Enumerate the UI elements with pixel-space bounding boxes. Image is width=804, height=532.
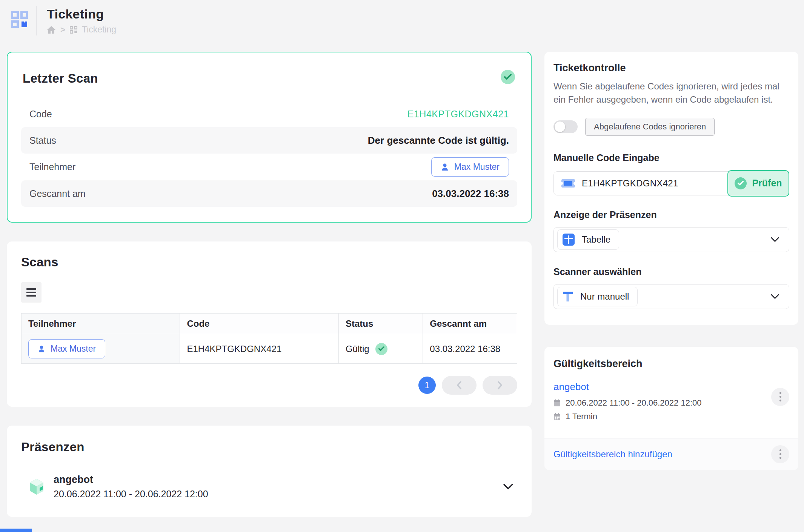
row-teilnehmer-button[interactable]: Max Muster — [28, 339, 105, 358]
qr-icon — [70, 26, 77, 34]
check-icon — [735, 177, 747, 189]
breadcrumb-current[interactable]: Ticketing — [82, 25, 116, 35]
scan-row-code: Code E1H4KPTGKDGNX421 — [21, 101, 517, 127]
column-header-status[interactable]: Status — [338, 314, 423, 334]
bottom-loading-bar — [0, 529, 32, 532]
manual-code-input[interactable] — [582, 178, 723, 189]
teilnehmer-button-label: Max Muster — [454, 162, 500, 172]
ticket-icon — [561, 178, 575, 189]
table-row: Max Muster E1H4KPTGKDGNX421 Gültig — [22, 334, 517, 364]
text-input-icon — [562, 291, 573, 303]
presence-item[interactable]: angebot 20.06.2022 11:00 - 20.06.2022 12… — [21, 474, 517, 500]
letzter-scan-title: Letzter Scan — [23, 71, 517, 86]
chevron-down-icon — [770, 237, 780, 243]
kebab-menu-icon — [779, 449, 781, 451]
manual-code-label: Manuelle Code Eingabe — [553, 152, 789, 163]
scan-gescannt-label: Gescannt am — [29, 188, 86, 199]
praesenz-display-label: Anzeige der Präsenzen — [553, 209, 789, 220]
gueltigkeitsbereich-panel: Gültigkeitsbereich angebot — [544, 347, 798, 470]
row-teilnehmer-label: Max Muster — [51, 344, 96, 354]
ticketkontrolle-panel: Ticketkontrolle Wenn Sie abgelaufene Cod… — [544, 52, 798, 325]
scan-status-value: Der gescannte Code ist gültig. — [368, 135, 509, 146]
scan-code-value: E1H4KPTGKDGNX421 — [407, 109, 509, 120]
previous-page-button[interactable] — [442, 376, 477, 395]
selected-option-chip: Tabelle — [557, 229, 619, 250]
column-header-teilnehmer[interactable]: Teilnehmer — [22, 314, 180, 334]
page-number-button[interactable]: 1 — [418, 377, 436, 394]
table-icon — [562, 233, 575, 246]
ticketkontrolle-title: Ticketkontrolle — [553, 62, 789, 74]
chevron-left-icon — [455, 380, 463, 390]
praesenzen-title: Präsenzen — [21, 440, 517, 454]
gueltigkeitsbereich-title: Gültigkeitsbereich — [553, 358, 789, 370]
validity-date-range: 20.06.2022 11:00 - 20.06.2022 12:00 — [566, 398, 701, 408]
row-status-label: Gültig — [346, 344, 369, 354]
scans-card: Scans Teilnehmer Code Status Gescannt am — [7, 241, 532, 407]
validity-termine: 1 Termin — [566, 412, 597, 421]
scanner-select-label: Scanner auswählen — [553, 266, 789, 277]
user-icon — [441, 163, 449, 171]
chevron-down-icon — [770, 294, 780, 300]
kebab-menu-icon — [779, 392, 781, 394]
presence-date: 20.06.2022 11:00 - 20.06.2022 12:00 — [54, 489, 208, 500]
validity-item-menu-button[interactable] — [771, 388, 789, 406]
page-title: Ticketing — [47, 7, 116, 22]
column-header-gescannt-am[interactable]: Gescannt am — [423, 314, 517, 334]
cube-icon — [29, 478, 45, 495]
praesenz-display-select[interactable]: Tabelle — [553, 227, 789, 252]
add-validity-menu-button[interactable] — [771, 445, 789, 463]
calendar-icon — [553, 413, 561, 420]
scan-row-teilnehmer: Teilnehmer Max Muster — [21, 154, 517, 180]
presence-name: angebot — [54, 474, 208, 486]
chevron-right-icon — [496, 380, 504, 390]
scan-code-label: Code — [29, 109, 52, 120]
page-header: Ticketing > Ticketing — [0, 0, 804, 38]
scan-teilnehmer-label: Teilnehmer — [29, 161, 75, 172]
ignore-expired-toggle[interactable] — [553, 120, 578, 133]
scans-title: Scans — [21, 255, 517, 269]
praesenzen-card: Präsenzen angebot 20.06.2022 11:00 - 20.… — [7, 426, 532, 517]
table-menu-button[interactable] — [21, 282, 42, 303]
scanner-select[interactable]: Nur manuell — [553, 284, 789, 309]
user-icon — [38, 345, 45, 353]
scan-row-gescannt: Gescannt am 03.03.2022 16:38 — [21, 180, 517, 207]
ignore-expired-button[interactable]: Abgelaufene Codes ignorieren — [585, 118, 715, 136]
validity-item: angebot 20.06.2022 11:00 - 20.06.2022 12… — [544, 381, 798, 438]
row-code-cell: E1H4KPTGKDGNX421 — [180, 334, 338, 364]
scan-valid-check-icon — [501, 70, 515, 84]
next-page-button[interactable] — [483, 376, 517, 395]
scan-row-status: Status Der gescannte Code ist gültig. — [21, 127, 517, 154]
app-logo-qr-icon — [11, 11, 28, 28]
scan-gescannt-value: 03.03.2022 16:38 — [432, 188, 509, 200]
validity-item-link[interactable]: angebot — [553, 381, 589, 393]
ticketkontrolle-description: Wenn Sie abgelaufene Codes ignorieren, w… — [553, 80, 789, 106]
breadcrumb: > Ticketing — [47, 25, 116, 35]
breadcrumb-separator: > — [60, 25, 65, 35]
selected-option-label: Nur manuell — [580, 291, 629, 302]
validity-footer: Gültigkeitsbereich hinzufügen — [544, 438, 798, 470]
column-header-code[interactable]: Code — [180, 314, 338, 334]
letzter-scan-card: Letzter Scan Code E1H4KPTGKDGNX421 Statu… — [7, 52, 532, 223]
chevron-down-icon[interactable] — [503, 483, 513, 490]
selected-option-label: Tabelle — [582, 234, 610, 245]
pruefen-button-label: Prüfen — [752, 178, 782, 189]
selected-option-chip: Nur manuell — [557, 287, 638, 306]
scan-status-label: Status — [29, 135, 56, 146]
home-icon[interactable] — [47, 26, 56, 34]
calendar-icon — [553, 399, 561, 407]
scans-table: Teilnehmer Code Status Gescannt am — [21, 313, 517, 364]
valid-check-icon — [375, 343, 387, 355]
pruefen-button[interactable]: Prüfen — [727, 170, 789, 197]
teilnehmer-button[interactable]: Max Muster — [431, 157, 509, 177]
row-gescannt-cell: 03.03.2022 16:38 — [423, 334, 517, 364]
pagination: 1 — [21, 376, 517, 395]
manual-code-field[interactable] — [553, 171, 730, 195]
add-validity-link[interactable]: Gültigkeitsbereich hinzufügen — [553, 449, 672, 460]
hamburger-icon — [26, 288, 36, 290]
